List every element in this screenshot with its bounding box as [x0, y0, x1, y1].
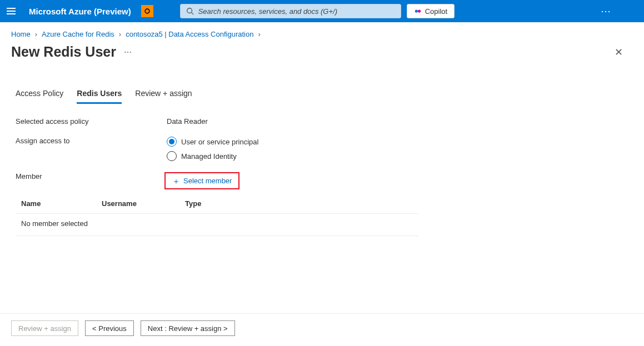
next-button[interactable]: Next : Review + assign >: [141, 320, 235, 336]
member-table: Name Username Type No member selected: [16, 195, 418, 236]
breadcrumb-sep: ›: [119, 30, 121, 38]
breadcrumb-sep: ›: [258, 30, 260, 38]
breadcrumb-item[interactable]: Azure Cache for Redis: [42, 30, 114, 38]
tab-access-policy[interactable]: Access Policy: [16, 89, 63, 104]
search-wrap: Copilot: [180, 4, 455, 18]
brand-label[interactable]: Microsoft Azure (Preview): [29, 7, 131, 16]
title-more-icon[interactable]: ⋯: [124, 48, 132, 57]
assign-access-label: Assign access to: [16, 137, 167, 145]
col-username[interactable]: Username: [102, 199, 185, 208]
search-input[interactable]: [198, 7, 395, 16]
top-bar: Microsoft Azure (Preview) Copilot ⋯: [0, 0, 644, 22]
svg-line-2: [191, 13, 193, 15]
previous-button[interactable]: < Previous: [85, 320, 134, 336]
search-icon: [186, 7, 194, 15]
radio-managed-identity[interactable]: Managed Identity: [167, 151, 258, 161]
assign-radio-group: User or service principal Managed Identi…: [167, 137, 258, 161]
radio-user-principal[interactable]: User or service principal: [167, 137, 258, 147]
search-box[interactable]: [180, 4, 401, 18]
close-icon[interactable]: ✕: [615, 46, 633, 58]
row-selected-policy: Selected access policy Data Reader: [16, 117, 628, 126]
breadcrumb-item[interactable]: contosoza5 | Data Access Configuration: [126, 30, 253, 38]
svg-point-3: [415, 9, 417, 12]
tab-review-assign[interactable]: Review + assign: [135, 89, 192, 104]
selected-policy-value: Data Reader: [167, 117, 208, 126]
breadcrumb-item[interactable]: Home: [11, 30, 31, 38]
radio-icon: [167, 137, 177, 147]
select-member-button[interactable]: ＋ Select member: [167, 174, 237, 187]
breadcrumb-sep: ›: [35, 30, 37, 38]
review-assign-button: Review + assign: [11, 320, 78, 336]
row-member: Member ＋ Select member: [16, 172, 628, 189]
member-table-header: Name Username Type: [16, 195, 418, 214]
form-area: Selected access policy Data Reader Assig…: [0, 104, 644, 242]
col-type[interactable]: Type: [185, 199, 418, 208]
svg-point-1: [187, 8, 192, 13]
copilot-button[interactable]: Copilot: [407, 4, 455, 18]
tab-redis-users[interactable]: Redis Users: [77, 89, 122, 104]
menu-icon[interactable]: [7, 7, 16, 16]
breadcrumb: Home › Azure Cache for Redis › contosoza…: [0, 22, 644, 43]
highlight-box: ＋ Select member: [164, 172, 239, 189]
footer: Review + assign < Previous Next : Review…: [0, 313, 644, 336]
row-assign-access: Assign access to User or service princip…: [16, 137, 628, 161]
empty-text: No member selected: [21, 219, 88, 228]
plus-icon: ＋: [172, 177, 180, 185]
preview-badge-icon[interactable]: [141, 5, 153, 17]
member-table-empty-row: No member selected: [16, 214, 418, 236]
svg-point-4: [418, 9, 421, 12]
title-row: New Redis User ⋯ ✕: [0, 44, 644, 60]
radio-user-label: User or service principal: [181, 138, 258, 146]
radio-icon: [167, 151, 177, 161]
member-label: Member: [16, 172, 167, 180]
selected-policy-label: Selected access policy: [16, 117, 167, 126]
tabs: Access Policy Redis Users Review + assig…: [0, 89, 644, 104]
select-member-label: Select member: [183, 177, 232, 185]
page-title: New Redis User: [11, 44, 116, 60]
header-more-icon[interactable]: ⋯: [601, 5, 638, 17]
copilot-label: Copilot: [425, 7, 447, 16]
col-name[interactable]: Name: [21, 199, 102, 208]
radio-managed-label: Managed Identity: [181, 152, 237, 161]
copilot-icon: [414, 7, 422, 15]
